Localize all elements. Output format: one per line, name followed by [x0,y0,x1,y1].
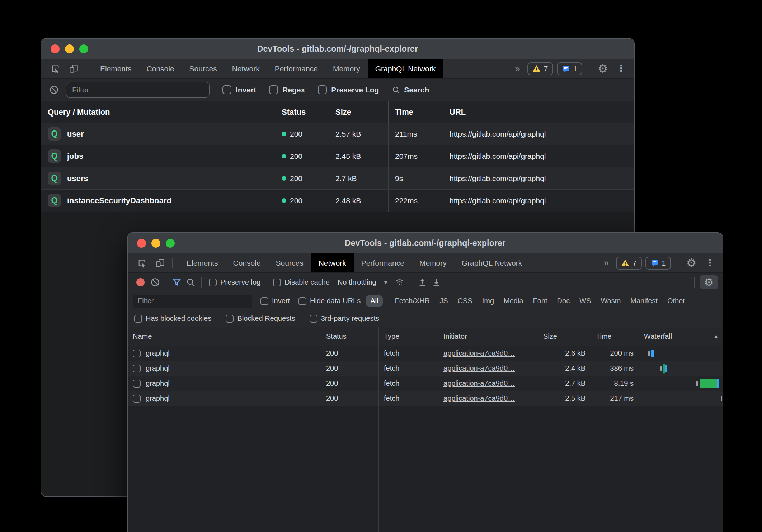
table-row[interactable]: QinstanceSecurityDashboard 200 2.48 kB 2… [41,190,634,212]
initiator-link[interactable]: application-a7ca9d0… [443,349,515,357]
clear-icon[interactable] [148,277,162,287]
tab-sources[interactable]: Sources [182,59,225,78]
type-filter-manifest[interactable]: Manifest [630,297,658,305]
zoom-button[interactable] [166,239,175,248]
tab-graphql-network[interactable]: GraphQL Network [368,59,443,78]
network-settings-button[interactable]: ⚙ [700,275,718,289]
preserve-log-checkbox[interactable] [209,279,217,286]
tab-memory[interactable]: Memory [325,59,368,78]
filter-input[interactable] [66,82,210,98]
tab-performance[interactable]: Performance [354,253,412,272]
titlebar-back[interactable]: DevTools - gitlab.com/-/graphql-explorer [41,39,634,59]
column-status[interactable]: Status [321,327,378,346]
type-filter-other[interactable]: Other [667,297,685,305]
table-row[interactable]: graphql 200 fetch application-a7ca9d0… 2… [128,361,723,376]
tab-performance[interactable]: Performance [267,59,325,78]
device-toolbar-icon[interactable] [151,253,169,272]
column-time[interactable]: Time [591,327,639,346]
tab-elements[interactable]: Elements [93,59,139,78]
third-party-requests-checkbox[interactable] [310,315,318,323]
close-button[interactable] [51,44,60,53]
column-url[interactable]: URL [443,101,634,123]
column-query-mutation[interactable]: Query / Mutation [41,101,275,123]
type-filter-wasm[interactable]: Wasm [601,297,621,305]
tab-memory[interactable]: Memory [412,253,454,272]
table-row[interactable]: Quser 200 2.57 kB 211ms https://gitlab.c… [41,123,634,145]
tab-elements[interactable]: Elements [179,253,226,272]
throttling-select[interactable]: No throttling ▾ [338,278,387,286]
type-filter-css[interactable]: CSS [458,297,472,305]
tab-console[interactable]: Console [226,253,268,272]
tab-network[interactable]: Network [311,253,354,272]
row-checkbox[interactable] [133,365,141,372]
tab-sources[interactable]: Sources [268,253,311,272]
row-checkbox[interactable] [133,350,141,357]
inspect-icon[interactable] [46,59,65,78]
export-har-icon[interactable] [429,277,443,287]
customize-menu-icon[interactable]: ⋮ [613,64,629,73]
row-checkbox[interactable] [133,395,141,403]
customize-menu-icon[interactable]: ⋮ [702,258,718,268]
initiator-link[interactable]: application-a7ca9d0… [443,394,515,403]
has-blocked-cookies-checkbox[interactable] [134,315,142,323]
column-type[interactable]: Type [378,327,438,346]
warnings-badge[interactable]: 7 [616,257,642,270]
column-size[interactable]: Size [329,101,388,123]
more-tabs-icon[interactable]: » [600,257,612,269]
regex-checkbox[interactable] [269,85,278,94]
invert-checkbox[interactable] [222,85,231,94]
network-conditions-icon[interactable] [392,277,406,287]
clear-icon[interactable] [47,85,61,95]
column-size[interactable]: Size [538,327,591,346]
hide-data-urls-checkbox[interactable] [298,297,306,305]
settings-gear-icon[interactable]: ⚙ [684,257,698,269]
table-row[interactable]: graphql 200 fetch application-a7ca9d0… 2… [128,391,723,406]
invert-checkbox[interactable] [260,297,268,305]
column-status[interactable]: Status [275,101,329,123]
column-waterfall[interactable]: Waterfall ▲ [639,327,723,346]
record-button[interactable] [136,278,145,286]
type-filter-all[interactable]: All [366,295,383,307]
column-name[interactable]: Name [128,327,321,346]
row-checkbox[interactable] [133,380,141,388]
disable-cache-checkbox[interactable] [273,279,281,286]
graphql-filter-toolbar: Invert Regex Preserve Log Search [41,79,634,101]
zoom-button[interactable] [79,44,88,53]
minimize-button[interactable] [65,44,74,53]
titlebar-front[interactable]: DevTools - gitlab.com/-/graphql-explorer [128,233,723,253]
filter-funnel-icon[interactable] [170,277,184,287]
blocked-requests-checkbox[interactable] [226,315,234,323]
type-filter-ws[interactable]: WS [579,297,591,305]
more-tabs-icon[interactable]: » [511,63,523,74]
inspect-icon[interactable] [133,253,151,272]
initiator-link[interactable]: application-a7ca9d0… [443,364,515,372]
type-filter-font[interactable]: Font [533,297,547,305]
tab-network[interactable]: Network [225,59,267,78]
type-filter-img[interactable]: Img [482,297,494,305]
initiator-link[interactable]: application-a7ca9d0… [443,379,515,388]
issues-badge[interactable]: 1 [557,62,583,75]
minimize-button[interactable] [151,239,160,248]
preserve-log-checkbox[interactable] [318,85,327,94]
column-time[interactable]: Time [388,101,443,123]
network-filter-input[interactable] [133,295,252,308]
table-row[interactable]: Qusers 200 2.7 kB 9s https://gitlab.com/… [41,167,634,190]
warnings-badge[interactable]: 7 [527,62,553,75]
search-icon[interactable] [184,277,198,287]
column-initiator[interactable]: Initiator [438,327,538,346]
close-button[interactable] [137,239,146,248]
type-filter-js[interactable]: JS [439,297,448,305]
table-row[interactable]: Qjobs 200 2.45 kB 207ms https://gitlab.c… [41,145,634,167]
device-toolbar-icon[interactable] [65,59,83,78]
tab-graphql-network[interactable]: GraphQL Network [454,253,530,272]
table-row[interactable]: graphql 200 fetch application-a7ca9d0… 2… [128,346,723,361]
settings-gear-icon[interactable]: ⚙ [596,63,610,74]
tab-console[interactable]: Console [139,59,182,78]
type-filter-doc[interactable]: Doc [557,297,570,305]
type-filter-media[interactable]: Media [504,297,523,305]
table-row[interactable]: graphql 200 fetch application-a7ca9d0… 2… [128,376,723,391]
search-button[interactable]: Search [392,86,429,94]
import-har-icon[interactable] [415,277,429,287]
issues-badge[interactable]: 1 [645,257,671,270]
type-filter-fetch-xhr[interactable]: Fetch/XHR [395,297,430,305]
